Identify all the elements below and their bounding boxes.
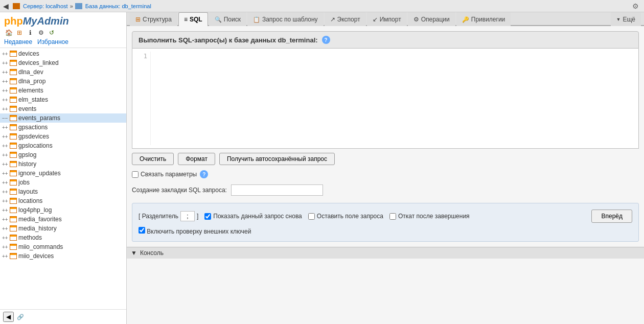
tab-query[interactable]: 📋 Запрос по шаблону: [247, 12, 324, 26]
bookmark-input[interactable]: [231, 184, 323, 196]
toggle-methods[interactable]: +: [2, 235, 9, 241]
forward-button[interactable]: Вперёд: [591, 210, 632, 223]
sidebar-item-layouts[interactable]: + layouts: [0, 187, 126, 196]
sidebar-item-jobs[interactable]: + jobs: [0, 178, 126, 187]
foreign-keys-checkbox[interactable]: [139, 227, 145, 234]
sql-panel: Выполнить SQL-запрос(ы) к базе данных db…: [127, 26, 644, 247]
refresh-icon[interactable]: ↺: [47, 28, 56, 37]
sidebar-item-media-history[interactable]: + media_history: [0, 224, 126, 233]
sidebar-item-history[interactable]: + history: [0, 159, 126, 169]
foreign-keys-label[interactable]: Включить проверку внешних ключей: [139, 227, 251, 235]
keep-field-label[interactable]: Оставить поле запроса: [308, 213, 383, 220]
gpsactions-label: gpsactions: [18, 124, 48, 131]
home-icon[interactable]: 🏠: [4, 28, 13, 37]
table-icon-elm-states: [9, 96, 17, 103]
sidebar-item-locations[interactable]: + locations: [0, 196, 126, 205]
sidebar-item-methods[interactable]: + methods: [0, 233, 126, 242]
help-icon[interactable]: ?: [322, 36, 330, 44]
format-button[interactable]: Формат: [178, 153, 215, 165]
table-icon-log4php-log: [9, 206, 17, 214]
sidebar-item-miio-devices[interactable]: + miio_devices: [0, 251, 126, 261]
favorites-link[interactable]: Избранное: [37, 38, 68, 45]
sidebar-item-elm-states[interactable]: + elm_states: [0, 95, 126, 104]
sql-tab-label: SQL: [190, 16, 202, 23]
sidebar-item-media-favorites[interactable]: + media_favorites: [0, 215, 126, 224]
bind-params-checkbox[interactable]: [132, 171, 139, 178]
tab-more[interactable]: ▼ Ещё: [611, 12, 641, 26]
sidebar-item-gpslocations[interactable]: + gpslocations: [0, 141, 126, 150]
sidebar-collapse-button[interactable]: ◀: [3, 312, 14, 322]
sidebar-item-dlna-prop[interactable]: + dlna_prop: [0, 77, 126, 86]
foreign-keys-text: Включить проверку внешних ключей: [147, 228, 251, 235]
miio-devices-label: miio_devices: [18, 252, 54, 260]
rollback-checkbox[interactable]: [389, 213, 396, 220]
keep-field-checkbox[interactable]: [308, 213, 315, 220]
sidebar-item-events[interactable]: + events: [0, 104, 126, 113]
toggle-media-history[interactable]: +: [2, 226, 9, 232]
tab-export[interactable]: ↗ Экспорт: [325, 12, 366, 26]
autosave-button[interactable]: Получить автосохранённый запрос: [219, 153, 335, 165]
toggle-media-favorites[interactable]: +: [2, 217, 9, 222]
show-query-label[interactable]: Показать данный запрос снова: [204, 213, 302, 220]
sidebar-item-gpsactions[interactable]: + gpsactions: [0, 123, 126, 132]
info-icon[interactable]: ℹ: [26, 28, 35, 37]
toggle-devices[interactable]: +: [2, 51, 9, 57]
line-num-1: 1: [135, 52, 151, 145]
db-link[interactable]: База данных: db_terminal: [85, 3, 151, 9]
toggle-jobs[interactable]: +: [2, 180, 9, 186]
toggle-gpslocations[interactable]: +: [2, 143, 9, 149]
export-tab-icon: ↗: [330, 16, 335, 23]
tab-operations[interactable]: ⚙ Операции: [408, 12, 455, 26]
toggle-locations[interactable]: +: [2, 198, 9, 204]
sidebar-item-log4php-log[interactable]: + log4php_log: [0, 205, 126, 215]
sidebar-item-gpslog[interactable]: + gpslog: [0, 150, 126, 159]
show-query-checkbox[interactable]: [204, 213, 211, 220]
sidebar-item-events-params[interactable]: − events_params: [0, 113, 126, 123]
sidebar-item-miio-commands[interactable]: + miio_commands: [0, 242, 126, 251]
settings-sidebar-icon[interactable]: ⚙: [36, 28, 45, 37]
toggle-miio-devices[interactable]: +: [2, 253, 9, 259]
toggle-dlna-prop[interactable]: +: [2, 79, 9, 84]
bind-params-text: Связать параметры: [141, 171, 197, 178]
sidebar-item-dlna-dev[interactable]: + dlna_dev: [0, 67, 126, 77]
toggle-elements[interactable]: +: [2, 88, 9, 94]
settings-button[interactable]: [630, 1, 641, 12]
clear-button[interactable]: Очистить: [132, 153, 174, 165]
toggle-miio-commands[interactable]: +: [2, 244, 9, 250]
recent-link[interactable]: Недавнее: [4, 38, 32, 45]
toggle-events[interactable]: +: [2, 106, 9, 112]
sidebar-item-elements[interactable]: + elements: [0, 86, 126, 95]
sidebar-item-ignore-updates[interactable]: + ignore_updates: [0, 169, 126, 178]
toggle-gpsactions[interactable]: +: [2, 125, 9, 130]
bind-params-label[interactable]: Связать параметры: [132, 171, 197, 178]
toggle-log4php-log[interactable]: +: [2, 207, 9, 213]
toggle-elm-states[interactable]: +: [2, 97, 9, 103]
server-link[interactable]: Сервер: localhost: [23, 3, 68, 9]
elements-label: elements: [18, 87, 43, 94]
toggle-layouts[interactable]: +: [2, 189, 9, 195]
sql-textarea[interactable]: [151, 52, 635, 144]
sidebar-item-devices-linked[interactable]: + devices_linked: [0, 58, 126, 67]
toggle-ignore-updates[interactable]: +: [2, 171, 9, 176]
rollback-label[interactable]: Откат после завершения: [389, 213, 470, 220]
bind-params-help-icon[interactable]: ?: [200, 170, 208, 178]
toggle-events-params[interactable]: −: [2, 115, 9, 121]
dlna-dev-label: dlna_dev: [18, 68, 43, 76]
tab-privs[interactable]: 🔑 Привилегии: [456, 12, 511, 26]
toggle-devices-linked[interactable]: +: [2, 60, 9, 66]
toggle-gpslog[interactable]: +: [2, 152, 9, 158]
tab-search[interactable]: 🔍 Поиск: [209, 12, 246, 26]
back-button[interactable]: ◀: [3, 2, 9, 10]
tab-structure[interactable]: ⊞ Структура: [130, 12, 177, 26]
toggle-dlna-dev[interactable]: +: [2, 70, 9, 75]
delimiter-input[interactable]: [180, 211, 195, 221]
sidebar-item-gpsdevices[interactable]: + gpsdevices: [0, 132, 126, 141]
tab-import[interactable]: ↙ Импорт: [367, 12, 407, 26]
table-icon[interactable]: ⊞: [15, 28, 24, 37]
tab-sql[interactable]: ≡ SQL: [178, 12, 208, 26]
console-bar[interactable]: ▼ Консоль: [127, 247, 644, 259]
toggle-history[interactable]: +: [2, 161, 9, 167]
table-icon-dlna-dev: [9, 68, 17, 76]
sidebar-item-devices[interactable]: + devices: [0, 49, 126, 58]
toggle-gpsdevices[interactable]: +: [2, 134, 9, 140]
